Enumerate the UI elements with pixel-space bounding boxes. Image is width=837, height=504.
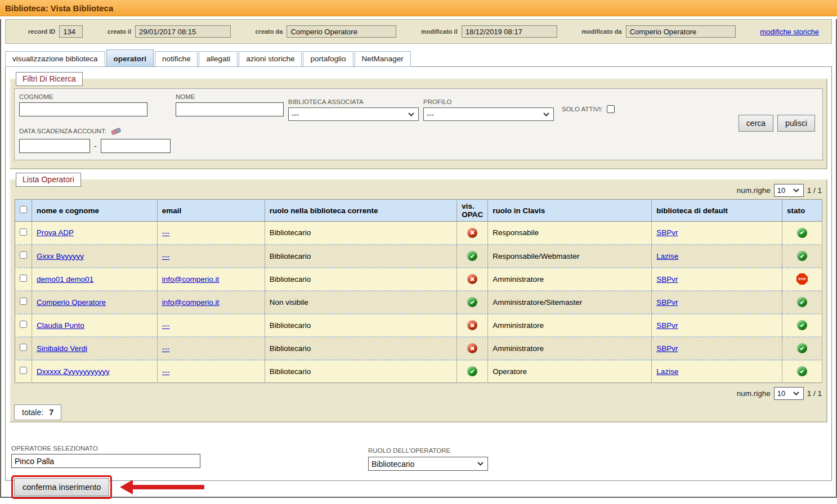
ruolo-clavis-cell: Responsabile/Webmaster — [488, 245, 652, 268]
profilo-select[interactable]: --- — [423, 107, 554, 121]
creato-da-field: creato da Comperio Operatore — [255, 25, 396, 38]
row-checkbox[interactable] — [20, 321, 27, 328]
row-select-cell — [15, 337, 32, 360]
creato-il-field: creato il 29/01/2017 08:15 — [108, 25, 231, 38]
tab-allegati[interactable]: allegati — [199, 51, 238, 67]
operator-email-link[interactable]: --- — [162, 321, 170, 330]
operator-email-cell: --- — [157, 314, 265, 337]
page-title-bar: Biblioteca: Vista Biblioteca — [0, 0, 837, 16]
biblioteca-default-link[interactable]: SBPvr — [656, 228, 678, 237]
data-scadenza-to-input[interactable] — [101, 139, 171, 153]
ruolo-operatore-value: Bibliotecario — [371, 460, 414, 469]
totale-value: 7 — [49, 408, 53, 417]
operator-email-cell: info@comperio.it — [157, 291, 265, 314]
tab-portafoglio[interactable]: portafoglio — [303, 51, 353, 67]
eraser-icon[interactable] — [111, 127, 122, 135]
select-all-checkbox[interactable] — [20, 206, 27, 213]
pulisci-button[interactable]: pulisci — [777, 115, 815, 132]
profilo-value: --- — [427, 110, 434, 119]
operator-email-cell: --- — [157, 245, 265, 268]
row-select-cell — [15, 291, 32, 314]
lista-operatori-fieldset: Lista Operatori num.righe 10 1 / 1 — [10, 179, 827, 422]
chevron-down-icon — [477, 462, 484, 466]
operator-email-link[interactable]: info@comperio.it — [162, 298, 220, 307]
ruolo-operatore-select[interactable]: Bibliotecario — [368, 457, 488, 471]
operators-table: nome e cognome email ruolo nella bibliot… — [15, 199, 822, 383]
num-righe-value: 10 — [777, 186, 785, 195]
operator-email-link[interactable]: --- — [162, 344, 170, 353]
header-email: email — [157, 200, 265, 222]
ruolo-biblioteca-cell: Bibliotecario — [265, 268, 456, 291]
biblioteca-associata-label: BIBLIOTECA ASSOCIATA — [288, 98, 419, 105]
creato-da-label: creato da — [255, 28, 283, 35]
tab-azioni-storiche[interactable]: azioni storiche — [239, 51, 302, 67]
ruolo-biblioteca-cell: Non visibile — [265, 291, 456, 314]
totale-box: totale: 7 — [14, 404, 61, 420]
row-checkbox[interactable] — [20, 298, 27, 305]
header-vis-opac: vis. OPAC — [457, 200, 488, 222]
record-id-value: 134 — [59, 25, 83, 38]
operator-name-link[interactable]: demo01 demo01 — [37, 275, 93, 284]
operator-email-link[interactable]: info@comperio.it — [162, 275, 220, 284]
cognome-label: COGNOME — [19, 93, 147, 100]
tab-notifiche[interactable]: notifiche — [155, 51, 198, 67]
solo-attivi-checkbox[interactable] — [607, 105, 615, 113]
operator-name-link[interactable]: Prova ADP — [37, 228, 74, 237]
biblioteca-default-link[interactable]: Lazise — [656, 252, 678, 260]
tab-operatori[interactable]: operatori — [106, 50, 154, 67]
operator-name-cell: Comperio Operatore — [32, 291, 158, 314]
row-checkbox[interactable] — [20, 344, 27, 351]
operatore-selezionato-input[interactable] — [11, 454, 200, 468]
operator-email-link[interactable]: --- — [162, 228, 170, 237]
tab-visualizzazione-biblioteca[interactable]: visualizzazione biblioteca — [5, 51, 105, 67]
modificato-il-label: modificato il — [421, 28, 458, 35]
operator-name-link[interactable]: Dxxxxx Zyyyyyyyyyyy — [37, 367, 110, 376]
operator-email-cell: info@comperio.it — [157, 268, 265, 291]
biblioteca-default-link[interactable]: SBPvr — [656, 275, 678, 284]
stato-cell: ✔ — [782, 222, 822, 245]
highlight-annotation-box: conferma inserimento — [11, 475, 112, 499]
operator-email-link[interactable]: --- — [162, 367, 170, 376]
table-row: Gxxx Byyyyyy --- Bibliotecario ✔ Respons… — [15, 245, 822, 268]
status-ok-icon: ✔ — [797, 343, 807, 353]
header-biblioteca-default: biblioteca di default — [652, 200, 782, 222]
operator-name-link[interactable]: Sinibaldo Verdi — [37, 344, 87, 353]
num-righe-select-top[interactable]: 10 — [774, 184, 804, 197]
ruolo-biblioteca-cell: Bibliotecario — [265, 222, 456, 245]
header-ruolo-biblioteca: ruolo nella biblioteca corrente — [265, 200, 456, 222]
row-checkbox[interactable] — [20, 228, 27, 236]
biblioteca-default-link[interactable]: SBPvr — [656, 344, 678, 353]
pagination-top: num.righe 10 1 / 1 — [15, 184, 822, 197]
page-frame: record ID 134 creato il 29/01/2017 08:15… — [0, 19, 837, 498]
row-checkbox[interactable] — [20, 274, 27, 282]
data-scadenza-from-input[interactable] — [19, 139, 90, 153]
biblioteca-default-link[interactable]: SBPvr — [656, 321, 678, 330]
row-checkbox[interactable] — [20, 251, 27, 259]
nome-input[interactable] — [176, 102, 284, 116]
select-all-header-cell — [15, 200, 32, 222]
chevron-down-icon — [543, 112, 549, 116]
cognome-input[interactable] — [19, 102, 147, 116]
solo-attivi-label: SOLO ATTIVI: — [562, 106, 603, 112]
modifiche-storiche-link[interactable]: modifiche storiche — [760, 28, 819, 36]
operator-name-link[interactable]: Claudia Punto — [37, 321, 84, 330]
header-ruolo-clavis: ruolo in Clavis — [488, 200, 652, 222]
tab-netmanager[interactable]: NetManager — [355, 51, 411, 67]
biblioteca-associata-select[interactable]: --- — [288, 107, 419, 121]
operator-name-link[interactable]: Comperio Operatore — [37, 298, 106, 307]
conferma-inserimento-button[interactable]: conferma inserimento — [14, 478, 109, 496]
operator-email-cell: --- — [157, 222, 265, 245]
biblioteca-default-link[interactable]: Lazise — [656, 367, 678, 376]
stato-cell: ✔ — [782, 360, 822, 383]
header-stato: stato — [782, 200, 822, 222]
num-righe-select-bottom[interactable]: 10 — [774, 387, 804, 400]
modificato-da-value: Comperio Operatore — [626, 25, 736, 38]
operator-name-link[interactable]: Gxxx Byyyyyy — [37, 252, 84, 260]
cerca-button[interactable]: cerca — [738, 115, 773, 132]
operator-name-cell: Sinibaldo Verdi — [32, 337, 158, 360]
row-checkbox[interactable] — [20, 367, 27, 374]
ruolo-clavis-cell: Responsabile — [488, 222, 652, 245]
operator-email-link[interactable]: --- — [162, 252, 170, 260]
biblioteca-default-link[interactable]: SBPvr — [656, 298, 678, 307]
vis-opac-cell: ✔ — [457, 291, 488, 314]
